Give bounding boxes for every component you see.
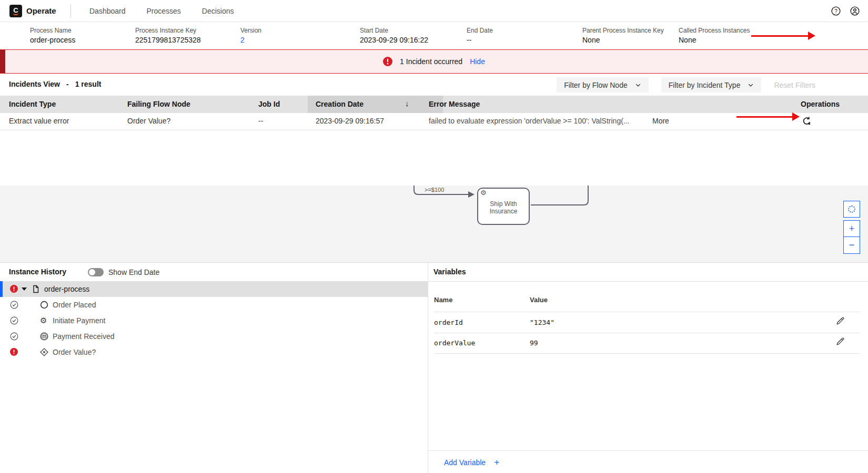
incidents-view-bar: Incidents View - 1 result Filter by Flow… <box>0 74 868 96</box>
history-row-order-process[interactable]: order-process <box>0 281 428 297</box>
completed-status-icon <box>10 316 18 325</box>
incident-banner-icon <box>383 57 392 66</box>
creation-date-cell: 2023-09-29 09:16:57 <box>316 117 384 125</box>
camunda-logo[interactable]: C <box>9 5 22 17</box>
history-row-order-value[interactable]: Order Value? <box>0 344 428 360</box>
annotation-arrow-incident-row <box>736 112 800 121</box>
nav-item-processes[interactable]: Processes <box>147 7 181 15</box>
job-id-cell: -- <box>258 117 263 125</box>
add-variable-label: Add Variable <box>444 458 486 467</box>
col-job-id: Job Id <box>258 100 280 108</box>
col-incident-type: Incident Type <box>9 100 56 108</box>
variables-header-divider <box>428 281 868 282</box>
logo-orange-arc <box>13 13 18 15</box>
instance-history-title: Instance History <box>9 268 66 276</box>
history-node-label: Payment Received <box>53 332 115 341</box>
sequence-flow-label: >=$100 <box>425 187 444 193</box>
field-label: Process Instance Key <box>135 27 196 34</box>
top-nav: C Operate Dashboard Processes Decisions … <box>0 0 868 22</box>
nav-item-decisions[interactable]: Decisions <box>202 7 234 15</box>
variable-value: "1234" <box>530 318 554 326</box>
filter-incident-type-label: Filter by Incident Type <box>669 81 741 89</box>
exclusive-gateway-icon <box>40 348 48 356</box>
help-icon[interactable]: ? <box>831 6 841 16</box>
instance-history-panel: Instance History Show End Date order-pro… <box>0 263 428 473</box>
field-value: None <box>679 36 696 44</box>
field-label: Parent Process Instance Key <box>582 27 664 34</box>
col-error-message: Error Message <box>429 100 480 108</box>
incidents-view-separator: - <box>66 80 69 88</box>
history-node-label: Order Placed <box>53 301 96 309</box>
version-link[interactable]: 2 <box>240 36 245 44</box>
field-value: None <box>582 36 600 44</box>
hide-incidents-link[interactable]: Hide <box>470 57 485 66</box>
row-divider <box>434 333 860 333</box>
history-row-initiate-payment[interactable]: ⚙ Initiate Payment <box>0 313 428 328</box>
show-end-date-label: Show End Date <box>108 268 159 276</box>
edit-variable-icon[interactable] <box>836 317 844 325</box>
field-label: Process Name <box>30 27 72 34</box>
operate-process-instance-page: C Operate Dashboard Processes Decisions … <box>0 0 868 473</box>
col-operations: Operations <box>801 100 840 108</box>
filter-by-incident-type-dropdown[interactable]: Filter by Incident Type <box>661 77 762 92</box>
completed-status-icon <box>10 332 18 341</box>
bpmn-diagram-canvas[interactable]: >=$100 ⚙ Ship With Insurance + − <box>0 186 868 263</box>
bpmn-task-ship-with-insurance[interactable]: ⚙ Ship With Insurance <box>477 188 530 225</box>
logo-letter: C <box>13 7 18 13</box>
toggle-knob <box>89 269 95 275</box>
diagram-zoom-in-button[interactable]: + <box>843 220 860 237</box>
error-message-more-link[interactable]: More <box>652 117 669 125</box>
history-node-label: order-process <box>44 285 89 293</box>
filter-flow-node-label: Filter by Flow Node <box>564 81 628 89</box>
reset-filters-button[interactable]: Reset Filters <box>774 81 815 89</box>
nav-links: Dashboard Processes Decisions <box>89 0 234 22</box>
history-node-label: Order Value? <box>53 348 96 356</box>
variables-col-name: Name <box>434 296 452 304</box>
bpmn-task-label: Ship With Insurance <box>478 200 529 215</box>
incidents-filters: Filter by Flow Node Filter by Incident T… <box>557 77 815 92</box>
show-end-date-toggle[interactable] <box>88 268 104 276</box>
variable-name: orderId <box>434 318 463 326</box>
failing-flow-node-cell: Order Value? <box>127 117 170 125</box>
field-label: End Date <box>467 27 493 34</box>
field-label: Start Date <box>360 27 388 34</box>
variables-col-value: Value <box>530 296 548 304</box>
chevron-down-icon <box>748 82 754 88</box>
variables-footer-divider <box>428 450 868 451</box>
retry-incident-icon[interactable] <box>802 116 812 126</box>
nav-item-dashboard[interactable]: Dashboard <box>89 7 126 15</box>
history-row-order-placed[interactable]: Order Placed <box>0 297 428 313</box>
process-document-icon <box>32 285 40 293</box>
variables-panel: Variables Name Value orderId "1234" orde… <box>428 263 868 473</box>
add-variable-button[interactable]: Add Variable + <box>444 457 499 468</box>
nav-right-actions: ? <box>831 0 860 22</box>
field-value: 2251799813725328 <box>135 36 201 44</box>
plus-icon: + <box>849 223 855 234</box>
col-creation-date[interactable]: Creation Date <box>316 100 364 108</box>
error-message-cell: failed to evaluate expression 'orderValu… <box>429 117 630 125</box>
sort-descending-icon[interactable]: ↓ <box>405 99 409 108</box>
filter-by-flow-node-dropdown[interactable]: Filter by Flow Node <box>557 77 649 92</box>
incidents-table-header: Incident Type Failing Flow Node Job Id C… <box>0 96 868 113</box>
collapse-caret-icon[interactable] <box>22 287 27 291</box>
annotation-arrow-header <box>751 32 815 40</box>
incident-status-icon <box>10 348 18 356</box>
col-failing-flow-node: Failing Flow Node <box>127 100 190 108</box>
history-row-payment-received[interactable]: Payment Received <box>0 328 428 344</box>
instance-header: Process Name order-process Process Insta… <box>0 22 868 49</box>
field-label: Called Process Instances <box>679 27 750 34</box>
minus-icon: − <box>849 240 855 251</box>
service-task-gear-icon: ⚙ <box>480 189 487 197</box>
diagram-reset-view-button[interactable] <box>843 201 860 218</box>
diagram-zoom-out-button[interactable]: − <box>843 237 860 254</box>
incidents-result-count: 1 result <box>75 80 102 88</box>
row-divider <box>434 312 860 312</box>
incidents-view-title: Incidents View <box>9 80 60 88</box>
field-label: Version <box>240 27 261 34</box>
selected-row-indicator <box>0 281 3 297</box>
variable-name: orderValue <box>434 339 475 347</box>
variable-value: 99 <box>530 339 538 347</box>
incident-type-cell: Extract value error <box>9 117 69 125</box>
edit-variable-icon[interactable] <box>836 337 844 346</box>
user-icon[interactable] <box>850 6 860 16</box>
